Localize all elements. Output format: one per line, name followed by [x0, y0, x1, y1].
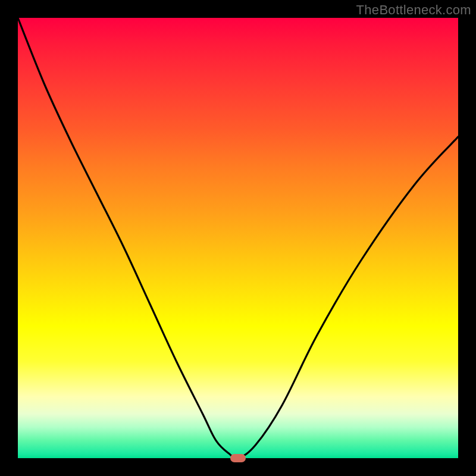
plot-area [18, 18, 458, 458]
watermark-text: TheBottleneck.com [356, 2, 471, 18]
curve-path [18, 18, 458, 458]
min-marker [230, 454, 246, 462]
chart-frame: TheBottleneck.com [0, 0, 476, 476]
bottleneck-curve [18, 18, 458, 458]
